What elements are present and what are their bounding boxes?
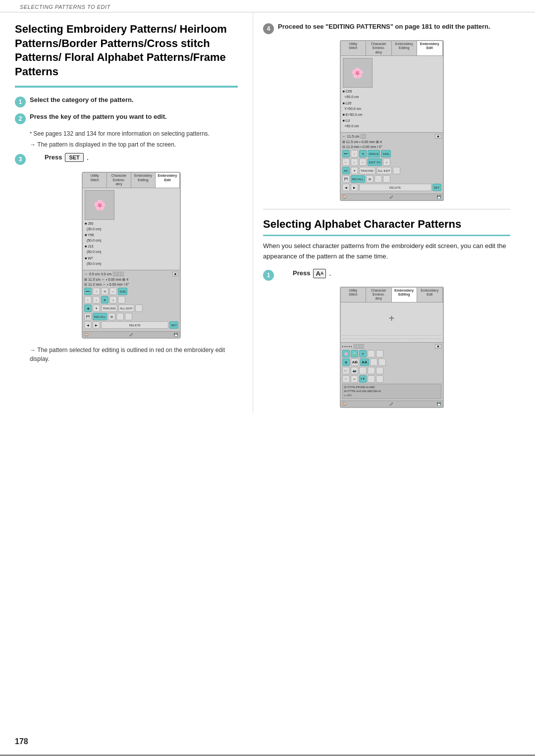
s2-save[interactable]: 💾 [342,175,350,183]
thread-2: ■ Y56 (50.0 cm) [85,232,178,243]
s2-tracing[interactable]: TRACING [359,167,375,174]
btn-down[interactable]: ↓ [93,296,100,303]
screen-mockup-3: UtilityStitch CharacterEmbroi-dery Embro… [273,287,510,408]
btn-select[interactable]: ◀ [84,304,92,312]
s2-delete[interactable]: DELETE [359,184,431,191]
s3-btn-row-1: 🌸 🍃 ✦ [342,350,441,357]
btn-save[interactable]: 💾 [84,313,92,320]
btn-grid[interactable]: ⊞ [108,313,115,320]
s2-size-value: 11.5 cm [347,135,360,138]
s2-btn-1[interactable]: ⟵ [342,150,350,157]
step-3-press-label: Press [45,153,62,162]
s2-measure: ⊞ 11.5 cm • 0.00 mm ⊠ 4 [342,140,441,144]
btn-tracing[interactable]: TRACING [101,304,117,312]
s3-circle[interactable]: ○ [342,375,350,383]
btn-row-delete: ◀ ▶ DELETE SET [84,321,178,329]
s3-e2 [376,350,383,357]
s2-recall[interactable]: RECALL [351,175,365,183]
s2-edit-to[interactable]: EDIT TO [368,158,382,166]
s3-flower[interactable]: 🌸 [342,350,350,357]
screen-1-body: 🌸 ■ J50 (30.0 cm) ■ Y56 (50.0 cm) ■ J13 … [83,188,180,270]
step-4-circle: 4 [263,23,274,34]
s3-e3 [370,358,377,366]
screen-2-thread-1: ■ C05 =50.0 cm [343,89,441,100]
btn-size[interactable]: SIZE [118,288,127,295]
thread-3: ■ J13 (50.0 cm) [85,244,178,254]
step-3-period: . [87,153,89,162]
s3-icon-1: 🏠 [342,402,347,406]
arrow-note-2: The pattern selected for editing is outl… [30,346,238,363]
s2-btn-row-4: 💾 RECALL ⊞ [342,175,441,183]
s2-btn-aa[interactable]: AA [342,167,350,174]
btn-zoom[interactable]: ⊕ [101,296,108,303]
s2-btn-4[interactable]: SPACE [368,150,380,157]
s3-e8 [368,375,375,383]
s2-btn-left[interactable]: ← [342,158,350,166]
page-header: Selecting Patterns to Edit [0,0,535,12]
note-1: See pages 132 and 134 for more informati… [30,129,238,138]
btn-prev[interactable]: ◀ [84,321,92,329]
btn-spacing[interactable]: + [109,296,117,303]
screen-3-tab-character: CharacterEmbroi-dery [366,288,392,302]
s3-size-boxes: □ □ [354,344,364,349]
s3-preview-btn[interactable]: ■ [435,344,441,349]
second-step-1-content: Press A A . [293,269,331,278]
screen-tab-embroidery: EmbroideryEditing [131,173,156,187]
second-step-1-circle: 1 [263,270,274,281]
s2-prev[interactable]: ◀ [342,184,350,191]
preview-btn[interactable]: ■ [172,272,178,276]
page-footer: 178 [15,737,28,746]
section-separator [263,209,510,209]
screen-2-tab-embroidery: EmbroideryEditing [392,41,418,55]
s3-arrow[interactable]: ⇦ [351,375,358,383]
step-3: 3 Press SET . [15,153,238,165]
btn-row-3: ◀ ✦ TRACING ALL EDIT [84,304,178,312]
btn-empty2 [135,304,143,312]
btn-move[interactable]: ⟵ [84,288,92,295]
s2-btn-size[interactable]: SIZE [381,150,390,157]
btn-left[interactable]: ← [84,296,92,303]
s3-icon-2: 🖊 [390,403,393,406]
step-2-circle: 2 [15,113,26,124]
s2-grid[interactable]: ⊞ [366,175,374,183]
set-key-button[interactable]: SET [65,153,83,162]
s3-leaf[interactable]: 🍃 [351,350,358,357]
screen-3-tab-utility: UtilityStitch [341,288,367,302]
s2-set[interactable]: SET [432,184,441,191]
s2-btn-dn[interactable]: ↓ [351,158,358,166]
s2-btn-plus[interactable]: + [383,158,390,166]
btn-set[interactable]: SET [169,321,178,329]
s2-preview-btn[interactable]: ■ [435,134,441,139]
s3-camera[interactable]: 📷 [351,367,358,374]
s2-all-edit[interactable]: ALL EDIT [376,167,392,174]
second-section-title: Selecting Alphabet Character Patterns [263,217,510,236]
header-text: Selecting Patterns to Edit [20,4,110,10]
screen-2-thread-2: ■ L05 Y=50.0 cm [343,101,441,111]
s2-btn-2[interactable]: ↑ [351,150,358,157]
s3-menu[interactable]: ≡▼ [359,375,367,383]
btn-dup[interactable]: ✦ [93,304,100,312]
s3-heart[interactable]: ○♡ [342,367,350,374]
s3-e6 [368,367,375,374]
btn-up[interactable]: ↑ [93,288,100,295]
s3-dots: • • • • • [342,345,352,348]
btn-mirror[interactable]: ↔ [109,288,117,295]
s2-btn-3[interactable]: ⟲ [359,150,367,157]
s3-embro[interactable]: ✿ [342,358,350,366]
btn-all-edit[interactable]: ALL EDIT [118,304,134,312]
aa-key-button[interactable]: A A [313,269,326,278]
btn-delete[interactable]: DELETE [101,321,168,329]
btn-next[interactable]: ▶ [93,321,100,329]
btn-recall[interactable]: RECALL [93,313,107,320]
s2-box-1: □ [361,134,366,139]
s2-btn-row-2: ← ↓ → EDIT TO + [342,158,441,166]
s3-star[interactable]: ✦ [359,350,367,357]
s3-ab[interactable]: AB [351,358,360,366]
s2-btn-patt[interactable]: ✦ [351,167,358,174]
btn-rotate[interactable]: ⟲ [101,288,108,295]
screen-1-bottom-bar: 🏠 🖊 💾 [83,331,180,338]
s3-aa[interactable]: AA [360,358,369,366]
s2-next[interactable]: ▶ [351,184,358,191]
s2-btn-r[interactable]: → [359,158,367,166]
screen-3-bottom: 🏠 🖊 💾 [341,401,443,407]
